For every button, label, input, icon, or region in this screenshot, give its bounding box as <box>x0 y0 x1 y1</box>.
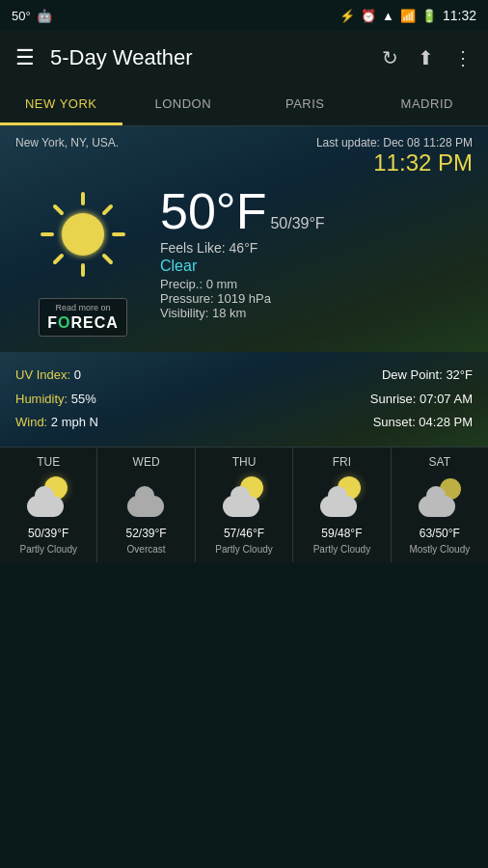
location-row: New York, NY, USA. Last update: Dec 08 1… <box>15 136 473 176</box>
forecast-temp-thu: 57/46°F <box>224 527 264 540</box>
last-update: Last update: Dec 08 11:28 PM <box>316 136 473 149</box>
battery-icon: 🔋 <box>421 9 437 23</box>
day-label-thu: THU <box>232 455 257 469</box>
feels-like: Feels Like: 46°F <box>160 240 473 256</box>
weather-icon-area: Read more on FORECA <box>15 186 150 337</box>
weather-details: 50°F 50/39°F Feels Like: 46°F Clear Prec… <box>150 186 473 320</box>
forecast-temp-tue: 50/39°F <box>28 527 68 540</box>
sunrise: Sunrise: 07:07 AM <box>370 388 473 412</box>
sunset: Sunset: 04:28 PM <box>370 411 473 435</box>
wifi-icon: ▲ <box>382 9 394 23</box>
day-label-sat: SAT <box>429 455 450 469</box>
location-text: New York, NY, USA. <box>15 136 119 149</box>
tab-new-york[interactable]: NEW YORK <box>0 85 122 125</box>
forecast-temp-sat: 63/50°F <box>420 527 460 540</box>
wind: Wind: 2 mph N <box>15 411 98 435</box>
forecast-day-fri: FRI 59/48°F Partly Cloudy <box>293 448 391 562</box>
foreca-brand: FORECA <box>47 314 119 332</box>
forecast-desc-wed: Overcast <box>127 544 166 555</box>
extra-info: UV Index: 0 Humidity: 55% Wind: 2 mph N … <box>0 352 488 447</box>
forecast-desc-sat: Mostly Cloudy <box>409 544 470 555</box>
forecast-icon-thu <box>221 475 267 521</box>
forecast-day-tue: TUE 50/39°F Partly Cloudy <box>0 448 97 562</box>
app-title: 5-Day Weather <box>50 45 382 70</box>
day-label-wed: WED <box>133 455 160 469</box>
uv-index: UV Index: 0 <box>15 364 98 388</box>
sun-icon <box>35 186 131 283</box>
forecast-desc-fri: Partly Cloudy <box>313 544 370 555</box>
extra-right: Dew Point: 32°F Sunrise: 07:07 AM Sunset… <box>370 364 473 435</box>
forecast-icon-fri <box>318 475 365 521</box>
forecast-day-sat: SAT 63/50°F Mostly Cloudy <box>392 448 488 562</box>
precip: Precip.: 0 mm <box>160 277 473 291</box>
more-button[interactable]: ⋮ <box>453 46 473 69</box>
clock-display: 11:32 PM <box>316 149 473 176</box>
svg-point-8 <box>62 213 104 256</box>
temperature-row: 50°F 50/39°F <box>160 186 473 236</box>
dew-point: Dew Point: 32°F <box>370 364 473 388</box>
condition: Clear <box>160 258 473 275</box>
refresh-button[interactable]: ↻ <box>382 46 398 69</box>
forecast-desc-thu: Partly Cloudy <box>215 544 272 555</box>
foreca-logo[interactable]: Read more on FORECA <box>39 298 127 337</box>
pressure: Pressure: 1019 hPa <box>160 291 473 306</box>
tab-paris[interactable]: PARIS <box>244 85 366 125</box>
app-actions: ↻ ⬆ ⋮ <box>382 46 473 69</box>
time-display: 11:32 <box>443 8 476 23</box>
forecast-desc-tue: Partly Cloudy <box>19 544 76 555</box>
forecast-strip: TUE 50/39°F Partly Cloudy WED 52/39°F Ov… <box>0 447 488 562</box>
forecast-icon-sat <box>417 475 463 521</box>
forecast-day-thu: THU 57/46°F Partly Cloudy <box>196 448 293 562</box>
tab-madrid[interactable]: MADRID <box>366 85 489 125</box>
bluetooth-icon: ⚡ <box>339 9 355 23</box>
android-icon: 🤖 <box>37 9 52 23</box>
sun-svg <box>35 186 131 283</box>
temp-display: 50° <box>12 9 31 23</box>
temperature-range: 50/39°F <box>270 215 324 232</box>
app-bar: ☰ 5-Day Weather ↻ ⬆ ⋮ <box>0 31 488 85</box>
forecast-day-wed: WED 52/39°F Overcast <box>97 448 195 562</box>
city-tabs: NEW YORK LONDON PARIS MADRID <box>0 85 488 126</box>
forecast-icon-tue <box>25 475 71 521</box>
signal-icon: 📶 <box>400 9 416 23</box>
alarm-icon: ⏰ <box>361 9 376 23</box>
forecast-temp-fri: 59/48°F <box>321 527 362 540</box>
visibility: Visibility: 18 km <box>160 306 473 320</box>
weather-content: Read more on FORECA 50°F 50/39°F Feels L… <box>15 186 473 337</box>
status-bar: 50° 🤖 ⚡ ⏰ ▲ 📶 🔋 11:32 <box>0 0 488 31</box>
day-label-tue: TUE <box>37 455 60 469</box>
weather-main: New York, NY, USA. Last update: Dec 08 1… <box>0 126 488 352</box>
svg-line-4 <box>55 206 62 213</box>
status-left: 50° 🤖 <box>12 9 52 23</box>
update-info: Last update: Dec 08 11:28 PM 11:32 PM <box>316 136 473 176</box>
tab-london[interactable]: LONDON <box>122 85 245 125</box>
forecast-icon-wed <box>123 475 170 521</box>
share-button[interactable]: ⬆ <box>418 46 434 69</box>
svg-line-7 <box>55 256 62 262</box>
temperature-main: 50°F <box>160 186 266 236</box>
extra-left: UV Index: 0 Humidity: 55% Wind: 2 mph N <box>15 364 98 435</box>
status-right: ⚡ ⏰ ▲ 📶 🔋 11:32 <box>339 8 476 23</box>
hamburger-menu[interactable]: ☰ <box>15 45 35 70</box>
foreca-read-more: Read more on <box>47 303 119 312</box>
svg-line-6 <box>104 206 111 213</box>
forecast-temp-wed: 52/39°F <box>126 527 167 540</box>
humidity: Humidity: 55% <box>15 388 98 412</box>
day-label-fri: FRI <box>333 455 351 469</box>
svg-line-5 <box>104 256 111 262</box>
